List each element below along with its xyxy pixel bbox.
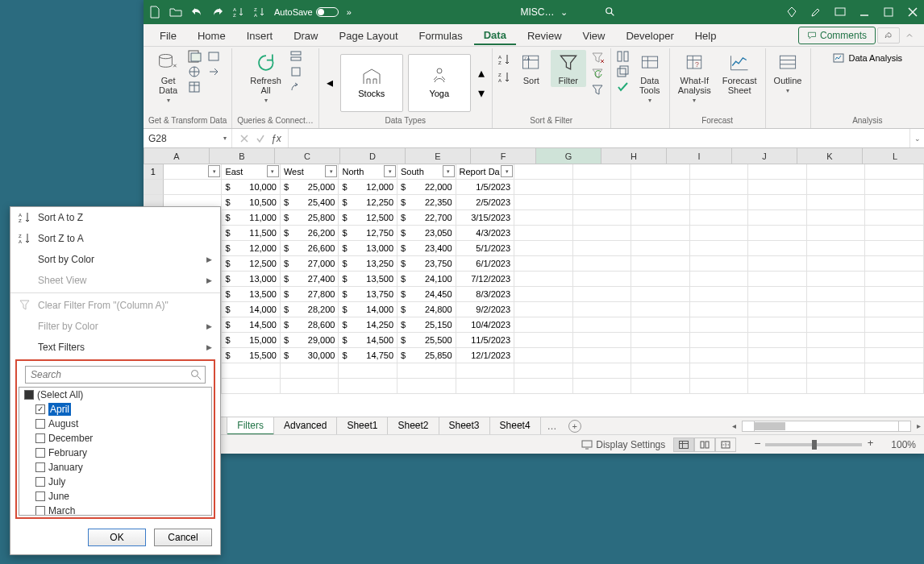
filter-item[interactable]: March xyxy=(19,504,211,516)
cell[interactable] xyxy=(865,317,924,333)
cell[interactable] xyxy=(865,210,924,226)
cell[interactable] xyxy=(573,302,632,317)
clear-filter-icon[interactable] xyxy=(591,52,606,64)
cell[interactable]: $11,500 xyxy=(222,226,281,241)
page-break-view-button[interactable] xyxy=(715,438,736,452)
cell[interactable] xyxy=(631,348,690,363)
sort-az-icon[interactable]: AZ xyxy=(497,53,512,66)
cell[interactable] xyxy=(690,210,749,226)
from-web-icon[interactable] xyxy=(188,65,202,78)
cell[interactable]: 6/1/2023 xyxy=(456,256,515,272)
cell[interactable]: $25,850 xyxy=(397,348,456,363)
scroll-right-icon[interactable]: ▸ xyxy=(911,421,921,430)
doc-caret-icon[interactable]: ⌄ xyxy=(560,7,568,18)
cell[interactable]: $25,000 xyxy=(281,180,339,195)
cell[interactable] xyxy=(573,210,632,226)
sort-a-to-z[interactable]: AZ Sort A to Z xyxy=(10,207,220,228)
sort-z-to-a[interactable]: ZA Sort Z to A xyxy=(10,228,220,249)
cell[interactable] xyxy=(690,226,749,241)
cell[interactable]: East▾ xyxy=(222,164,281,180)
cell[interactable] xyxy=(807,180,866,195)
cell[interactable] xyxy=(865,195,924,210)
cell[interactable] xyxy=(865,379,924,394)
dtype-up-icon[interactable]: ▴ xyxy=(478,65,485,81)
filter-dropdown-icon[interactable]: ▾ xyxy=(325,165,337,177)
filter-button[interactable]: Filter xyxy=(551,50,586,87)
cell[interactable] xyxy=(865,363,924,379)
cell[interactable]: $28,200 xyxy=(281,302,339,317)
cell[interactable] xyxy=(865,256,924,272)
text-to-cols-icon[interactable] xyxy=(616,50,631,63)
checkbox[interactable] xyxy=(35,491,45,501)
cell[interactable] xyxy=(631,302,690,317)
filter-item[interactable]: August xyxy=(19,417,211,431)
tab-data[interactable]: Data xyxy=(474,26,516,45)
cell[interactable] xyxy=(690,348,749,363)
sheet-tab-sheet2[interactable]: Sheet2 xyxy=(388,417,439,435)
cell[interactable]: $10,500 xyxy=(222,195,281,210)
data-analysis-button[interactable]: Data Analysis xyxy=(832,52,902,64)
cell[interactable] xyxy=(865,302,924,317)
col-header-D[interactable]: D xyxy=(340,148,406,164)
cell[interactable]: $27,400 xyxy=(281,272,339,287)
cell[interactable]: $23,050 xyxy=(397,226,456,241)
cell[interactable] xyxy=(748,348,807,363)
cell[interactable]: $28,600 xyxy=(281,317,339,333)
col-header-L[interactable]: L xyxy=(863,148,924,164)
cell[interactable] xyxy=(514,164,573,180)
cell[interactable]: $24,800 xyxy=(397,302,456,317)
cell[interactable] xyxy=(748,226,807,241)
cell[interactable]: $22,700 xyxy=(397,210,456,226)
cell[interactable] xyxy=(514,195,573,210)
filter-item[interactable]: January xyxy=(19,460,211,475)
sheet-tab-advanced[interactable]: Advanced xyxy=(274,417,337,435)
sort-za-icon[interactable]: ZA xyxy=(497,71,512,84)
ribbon-display-icon[interactable] xyxy=(834,6,847,19)
filter-search-input[interactable] xyxy=(25,366,206,384)
cell[interactable]: $23,400 xyxy=(397,241,456,256)
col-header-E[interactable]: E xyxy=(406,148,471,164)
normal-view-button[interactable] xyxy=(673,438,694,452)
checkbox[interactable] xyxy=(35,404,45,414)
cell[interactable] xyxy=(807,226,866,241)
cell[interactable]: $13,500 xyxy=(339,272,397,287)
cell[interactable] xyxy=(690,241,749,256)
cell[interactable] xyxy=(397,363,456,379)
cell[interactable]: $26,200 xyxy=(281,226,339,241)
col-header-C[interactable]: C xyxy=(275,148,340,164)
cell[interactable]: $12,000 xyxy=(222,241,281,256)
cell[interactable] xyxy=(573,379,632,394)
cell[interactable] xyxy=(514,348,573,363)
filter-value-list[interactable]: (Select All)AprilAugustDecemberFebruaryJ… xyxy=(19,387,212,516)
advanced-filter-icon[interactable] xyxy=(591,84,606,97)
undo-icon[interactable] xyxy=(190,6,203,19)
tab-file[interactable]: File xyxy=(150,27,186,44)
cell[interactable] xyxy=(573,164,632,180)
filter-item[interactable]: April xyxy=(19,402,211,417)
tab-view[interactable]: View xyxy=(573,27,615,44)
cell[interactable]: $27,000 xyxy=(281,256,339,272)
cell[interactable] xyxy=(807,241,866,256)
tab-draw[interactable]: Draw xyxy=(284,27,327,44)
cell[interactable] xyxy=(573,333,632,348)
cell[interactable] xyxy=(631,317,690,333)
cell[interactable] xyxy=(339,363,397,379)
cell[interactable] xyxy=(748,195,807,210)
cell[interactable] xyxy=(514,226,573,241)
cell[interactable]: $25,150 xyxy=(397,317,456,333)
col-header-I[interactable]: I xyxy=(667,148,732,164)
cell[interactable] xyxy=(281,363,339,379)
cell[interactable]: 2/5/2023 xyxy=(456,195,515,210)
cancel-fx-icon[interactable] xyxy=(239,133,250,144)
comments-button[interactable]: Comments xyxy=(798,27,876,44)
cell[interactable]: $12,250 xyxy=(339,195,397,210)
cell[interactable]: $12,500 xyxy=(339,210,397,226)
maximize-icon[interactable] xyxy=(882,6,895,19)
cell[interactable]: $12,500 xyxy=(222,256,281,272)
cell[interactable] xyxy=(631,241,690,256)
cell[interactable]: $13,750 xyxy=(339,287,397,302)
cell[interactable] xyxy=(631,226,690,241)
forecast-sheet-button[interactable]: Forecast Sheet xyxy=(719,50,760,95)
cell[interactable]: $24,100 xyxy=(397,272,456,287)
cell[interactable] xyxy=(690,379,749,394)
